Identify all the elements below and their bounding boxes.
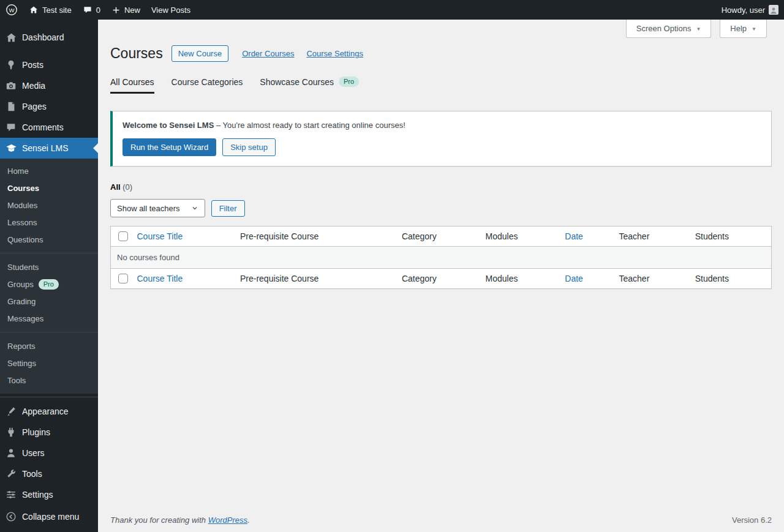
skip-setup-button[interactable]: Skip setup <box>222 138 276 156</box>
new-content-button[interactable]: New <box>106 0 146 20</box>
submenu-label: Groups <box>7 280 34 289</box>
comments-bubble-button[interactable]: 0 <box>77 0 106 20</box>
course-settings-link[interactable]: Course Settings <box>306 49 363 58</box>
tab-showcase-courses[interactable]: Showcase Courses Pro <box>260 77 359 94</box>
submenu-label: Questions <box>7 235 43 244</box>
teacher-filter-value: Show all teachers <box>117 204 180 213</box>
plus-icon <box>111 6 121 15</box>
plugins-plug-icon <box>0 427 22 438</box>
sidebar-item-pages[interactable]: Pages <box>0 96 98 117</box>
help-button[interactable]: Help ▼ <box>720 20 767 38</box>
teacher-filter-select[interactable]: Show all teachers <box>110 199 205 217</box>
column-date[interactable]: Date <box>559 227 612 247</box>
submenu-item-tools[interactable]: Tools <box>0 372 98 389</box>
run-setup-wizard-button[interactable]: Run the Setup Wizard <box>123 138 216 156</box>
comments-count: 0 <box>96 6 100 15</box>
submenu-item-grading[interactable]: Grading <box>0 293 98 310</box>
site-name-label: Test site <box>42 6 72 15</box>
wordpress-logo-button[interactable]: W <box>0 0 23 20</box>
sidebar-item-label: Tools <box>22 469 42 479</box>
tab-label: Course Categories <box>172 77 243 87</box>
settings-sliders-icon <box>0 489 22 500</box>
tab-label: Showcase Courses <box>260 77 334 87</box>
sidebar-item-sensei-lms[interactable]: Sensei LMS <box>0 138 98 159</box>
submenu-item-modules[interactable]: Modules <box>0 197 98 214</box>
chevron-down-icon: ▼ <box>752 26 756 32</box>
tab-course-categories[interactable]: Course Categories <box>172 77 243 94</box>
submenu-item-home[interactable]: Home <box>0 162 98 179</box>
screen-options-button[interactable]: Screen Options ▼ <box>626 20 712 38</box>
column-modules: Modules <box>480 269 559 289</box>
select-all-checkbox[interactable] <box>118 231 128 241</box>
submenu-item-settings[interactable]: Settings <box>0 354 98 372</box>
table-header-row: Course Title Pre-requisite Course Catego… <box>111 227 772 247</box>
media-camera-icon <box>0 80 22 91</box>
chevron-down-icon <box>191 204 198 212</box>
submenu-item-groups[interactable]: Groups Pro <box>0 275 98 293</box>
column-course-title[interactable]: Course Title <box>131 269 234 289</box>
filter-button[interactable]: Filter <box>211 200 245 217</box>
submenu-label: Students <box>7 263 39 272</box>
sidebar-item-label: Dashboard <box>22 32 64 42</box>
comment-bubble-icon <box>83 5 92 15</box>
submenu-item-courses[interactable]: Courses <box>0 179 98 197</box>
tab-all-courses[interactable]: All Courses <box>110 77 154 94</box>
sidebar-item-settings[interactable]: Settings <box>0 484 98 505</box>
table-row: No courses found <box>111 247 772 269</box>
tab-label: All Courses <box>110 77 154 87</box>
new-course-button[interactable]: New Course <box>172 45 229 62</box>
admin-footer: Thank you for creating with WordPress. V… <box>110 515 772 525</box>
footer-thanks: Thank you for creating with WordPress. <box>110 515 250 525</box>
menu-separator <box>0 397 98 397</box>
filter-bar: Show all teachers Filter <box>110 199 772 217</box>
select-all-checkbox[interactable] <box>118 274 128 283</box>
sidebar-item-dashboard[interactable]: Dashboard <box>0 27 98 48</box>
column-students: Students <box>689 227 772 247</box>
collapse-menu-button[interactable]: Collapse menu <box>0 506 98 527</box>
column-prerequisite-course: Pre-requisite Course <box>234 269 396 289</box>
sidebar-item-tools[interactable]: Tools <box>0 463 98 484</box>
sidebar-item-media[interactable]: Media <box>0 75 98 96</box>
pro-badge: Pro <box>339 77 359 87</box>
sidebar-item-posts[interactable]: Posts <box>0 54 98 75</box>
sidebar-item-comments[interactable]: Comments <box>0 117 98 138</box>
notice-text: – You're almost ready to start creating … <box>216 121 405 130</box>
courses-tabs: All Courses Course Categories Showcase C… <box>110 77 772 94</box>
column-course-title[interactable]: Course Title <box>131 227 234 247</box>
submenu-label: Lessons <box>7 218 37 227</box>
wordpress-link[interactable]: WordPress <box>208 515 247 525</box>
admin-sidebar: Dashboard Posts Media <box>0 20 98 532</box>
account-menu[interactable]: Howdy, user <box>716 0 784 20</box>
order-courses-link[interactable]: Order Courses <box>242 49 294 58</box>
sidebar-item-label: Users <box>22 448 45 458</box>
submenu-item-students[interactable]: Students <box>0 258 98 275</box>
collapse-arrow-icon <box>0 511 22 522</box>
filter-all-label: All <box>110 182 121 192</box>
column-date[interactable]: Date <box>559 269 612 289</box>
sidebar-item-appearance[interactable]: Appearance <box>0 401 98 422</box>
admin-bar: W Test site 0 New View Posts Howdy, <box>0 0 784 20</box>
setup-wizard-notice: Welcome to Sensei LMS – You're almost re… <box>110 111 772 167</box>
submenu-label: Home <box>7 167 29 176</box>
submenu-item-questions[interactable]: Questions <box>0 231 98 248</box>
sidebar-item-plugins[interactable]: Plugins <box>0 422 98 443</box>
help-label: Help <box>730 24 747 33</box>
sidebar-item-users[interactable]: Users <box>0 443 98 463</box>
submenu-item-lessons[interactable]: Lessons <box>0 214 98 231</box>
site-name-link[interactable]: Test site <box>23 0 77 20</box>
submenu-separator <box>0 332 98 332</box>
new-content-label: New <box>124 6 140 15</box>
view-posts-link[interactable]: View Posts <box>146 0 196 20</box>
submenu-item-reports[interactable]: Reports <box>0 337 98 354</box>
submenu-item-messages[interactable]: Messages <box>0 310 98 327</box>
sidebar-item-label: Pages <box>22 102 47 111</box>
views-filter: All (0) <box>110 182 772 192</box>
screen-options-label: Screen Options <box>636 24 692 33</box>
column-category: Category <box>396 269 480 289</box>
filter-all-count: (0) <box>123 182 132 192</box>
filter-all-link[interactable]: All (0) <box>110 182 132 192</box>
column-teacher: Teacher <box>612 227 688 247</box>
posts-pin-icon <box>0 59 22 70</box>
footer-thanks-text: Thank you for creating with <box>110 515 206 525</box>
sidebar-item-label: Plugins <box>22 427 50 437</box>
